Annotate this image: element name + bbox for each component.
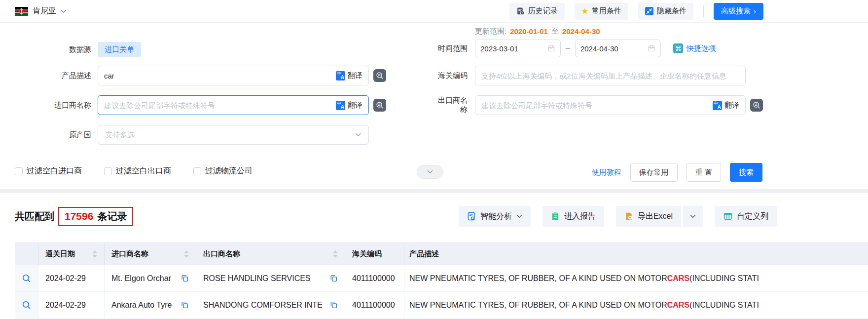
advanced-search-button[interactable]: 高级搜索 › xyxy=(714,3,763,20)
calendar-icon xyxy=(547,44,555,52)
match-count-annotation-box: 17596 条记录 xyxy=(58,207,133,226)
star-icon: ★ xyxy=(581,7,588,15)
copy-button[interactable] xyxy=(181,274,189,282)
time-range-label: 时间范围 xyxy=(434,44,468,53)
header-product-desc: 产品描述 xyxy=(404,243,868,265)
checkbox-icon xyxy=(15,167,23,175)
importer-label: 进口商名称 xyxy=(15,101,91,110)
search-form: 更新范围: 2020-01-01 至 2024-04-30 数据源 进口关单 时… xyxy=(0,23,868,189)
origin-country-select[interactable]: 支持多选 xyxy=(98,125,369,145)
cell-date: 2024-02-29 xyxy=(38,265,105,292)
translate-button[interactable]: 中A 翻译 xyxy=(336,71,362,80)
sort-icon xyxy=(92,250,97,258)
copy-icon xyxy=(329,274,338,282)
origin-country-label: 原产国 xyxy=(15,130,91,140)
report-icon xyxy=(551,212,560,221)
view-detail-button[interactable] xyxy=(22,300,31,310)
form-bottom-row: 过滤空白进口商 过滤空白出口商 过滤物流公司 使用教程 保存常用 重 置 搜索 xyxy=(0,163,868,182)
calendar-icon xyxy=(648,44,655,52)
favorites-button[interactable]: ★ 常用条件 xyxy=(575,3,628,20)
favorites-label: 常用条件 xyxy=(592,6,621,16)
magnifier-icon xyxy=(22,300,31,310)
importer-input[interactable] xyxy=(104,101,332,110)
country-selector[interactable]: 肯尼亚 xyxy=(15,6,67,16)
columns-icon xyxy=(723,212,732,221)
exporter-input[interactable] xyxy=(481,101,709,110)
chevron-right-icon: › xyxy=(754,7,756,15)
chevron-down-icon xyxy=(427,170,434,174)
cell-importer: Ankara Auto Tyre xyxy=(105,292,196,319)
update-range-to: 至 xyxy=(551,27,559,36)
update-range-start: 2020-01-01 xyxy=(510,27,548,36)
custom-columns-button[interactable]: 自定义列 xyxy=(715,206,777,227)
reset-button[interactable]: 重 置 xyxy=(687,163,721,182)
product-desc-input[interactable] xyxy=(104,72,332,80)
copy-button[interactable] xyxy=(181,301,189,309)
country-name: 肯尼亚 xyxy=(33,6,56,16)
translate-icon: 中A xyxy=(713,101,722,110)
origin-country-placeholder: 支持多选 xyxy=(105,130,355,140)
collapse-icon xyxy=(645,7,653,15)
smart-analysis-button[interactable]: BI 智能分析 xyxy=(459,206,531,227)
copy-button[interactable] xyxy=(329,301,338,309)
hs-code-input[interactable] xyxy=(481,72,739,80)
cell-hs-code: 4011100000 xyxy=(345,292,404,319)
translate-button[interactable]: 中A 翻译 xyxy=(336,101,362,110)
update-range-label: 更新范围: xyxy=(475,27,506,36)
view-detail-button[interactable] xyxy=(22,274,31,283)
cell-exporter: ROSE HANDLING SERVICES xyxy=(196,265,345,292)
product-desc-label: 产品描述 xyxy=(15,71,91,80)
export-options-button[interactable] xyxy=(683,206,703,227)
filter-blank-exporter-checkbox[interactable]: 过滤空白出口商 xyxy=(104,166,171,176)
copy-icon xyxy=(329,301,338,309)
topbar: 肯尼亚 历史记录 ★ 常用条件 隐藏条件 xyxy=(0,0,868,23)
cell-hs-code: 4011100000 xyxy=(345,265,404,292)
exporter-inputbox: 中A 翻译 xyxy=(475,95,746,115)
hs-code-label: 海关编码 xyxy=(434,71,468,80)
cell-product-desc: NEW PNEUMATIC TYRES, OF RUBBER, OF A KIN… xyxy=(404,292,868,319)
match-mode-button[interactable] xyxy=(373,99,386,112)
match-mode-button[interactable] xyxy=(750,99,763,112)
cell-importer: Mt. Elgon Orchar xyxy=(105,265,196,292)
chevron-down-icon xyxy=(516,214,522,218)
chevron-down-icon xyxy=(61,9,67,13)
results-section: 共匹配到 17596 条记录 BI 智能分析 xyxy=(0,205,868,319)
export-excel-label: 导出Excel xyxy=(638,211,673,222)
translate-label: 翻译 xyxy=(348,71,362,80)
sort-icon xyxy=(333,250,338,258)
hide-conditions-button[interactable]: 隐藏条件 xyxy=(638,3,693,20)
datasource-label: 数据源 xyxy=(15,45,91,54)
filter-logistics-checkbox[interactable]: 过滤物流公司 xyxy=(193,166,253,176)
date-end-input[interactable]: 2024-04-30 xyxy=(575,40,661,57)
magnifier-icon xyxy=(22,274,31,283)
collapse-form-button[interactable] xyxy=(417,165,443,179)
search-swap-icon xyxy=(375,71,384,80)
header-clearance-date[interactable]: 通关日期 xyxy=(38,243,105,265)
save-conditions-button[interactable]: 保存常用 xyxy=(630,163,678,182)
hs-code-inputbox xyxy=(475,66,746,85)
date-start-input[interactable]: 2023-03-01 xyxy=(475,40,561,57)
match-mode-button[interactable] xyxy=(373,69,386,82)
translate-button[interactable]: 中A 翻译 xyxy=(713,101,739,110)
product-desc-inputbox: 中A 翻译 xyxy=(98,66,369,85)
tutorial-link[interactable]: 使用教程 xyxy=(592,168,621,177)
export-excel-button[interactable]: 导出Excel xyxy=(616,206,681,227)
search-button[interactable]: 搜索 xyxy=(730,163,762,182)
translate-label: 翻译 xyxy=(724,101,739,110)
date-range-separator: – xyxy=(566,44,570,53)
history-button[interactable]: 历史记录 xyxy=(509,3,565,20)
quick-options-button[interactable]: ⌘ 快捷选项 xyxy=(673,43,716,53)
smart-analysis-label: 智能分析 xyxy=(480,211,512,222)
header-detail-column xyxy=(15,243,38,265)
highlight-keyword: CARS xyxy=(667,274,689,283)
search-swap-icon xyxy=(375,101,384,110)
chevron-down-icon xyxy=(355,133,362,137)
copy-button[interactable] xyxy=(329,274,338,282)
enter-report-button[interactable]: 进入报告 xyxy=(542,206,604,227)
header-hs-code: 海关编码 xyxy=(345,243,404,265)
advanced-search-label: 高级搜索 xyxy=(721,6,751,16)
datasource-tab-import[interactable]: 进口关单 xyxy=(98,42,141,57)
filter-blank-importer-checkbox[interactable]: 过滤空白进口商 xyxy=(15,166,82,176)
header-exporter-name[interactable]: 出口商名称 xyxy=(196,243,345,265)
header-importer-name[interactable]: 进口商名称 xyxy=(105,243,196,265)
